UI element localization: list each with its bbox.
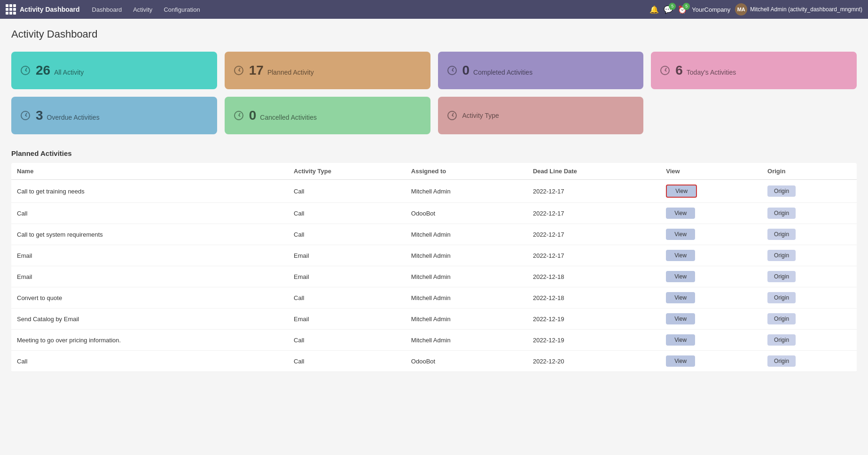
table-row: EmailEmailMitchell Admin2022-12-18ViewOr… bbox=[11, 266, 857, 287]
cell-assigned-to: Mitchell Admin bbox=[406, 308, 527, 330]
cell-name: Call to get training needs bbox=[11, 180, 288, 203]
section-title: Planned Activities bbox=[11, 149, 857, 157]
nav-dashboard[interactable]: Dashboard bbox=[87, 3, 127, 16]
cell-deadline: 2022-12-17 bbox=[527, 180, 660, 203]
cell-deadline: 2022-12-17 bbox=[527, 224, 660, 245]
clock-icon-completed bbox=[447, 66, 457, 75]
card-planned-activity[interactable]: 17 Planned Activity bbox=[225, 52, 430, 89]
clock-icon-planned bbox=[234, 66, 243, 75]
todays-activities-label: Today's Activities bbox=[687, 69, 736, 76]
table-row: Call to get system requirementsCallMitch… bbox=[11, 224, 857, 245]
cell-name: Email bbox=[11, 266, 288, 287]
view-button[interactable]: View bbox=[666, 355, 695, 367]
card-todays-activities[interactable]: 6 Today's Activities bbox=[651, 52, 857, 89]
chat-badge: 5 bbox=[669, 3, 676, 10]
table-row: CallCallOdooBot2022-12-20ViewOrigin bbox=[11, 351, 857, 372]
cell-deadline: 2022-12-20 bbox=[527, 351, 660, 372]
cell-origin: Origin bbox=[762, 308, 857, 330]
nav-activity[interactable]: Activity bbox=[128, 3, 157, 16]
view-button[interactable]: View bbox=[666, 208, 695, 219]
cell-deadline: 2022-12-19 bbox=[527, 330, 660, 351]
cell-activity-type: Call bbox=[288, 330, 406, 351]
origin-button[interactable]: Origin bbox=[767, 313, 796, 324]
user-label: Mitchell Admin (activity_dashboard_mngmn… bbox=[750, 6, 862, 13]
nav-configuration[interactable]: Configuration bbox=[159, 3, 204, 16]
cell-origin: Origin bbox=[762, 224, 857, 245]
clock-icon-cancelled bbox=[234, 111, 243, 120]
cell-activity-type: Call bbox=[288, 180, 406, 203]
user-menu[interactable]: MA Mitchell Admin (activity_dashboard_mn… bbox=[735, 3, 862, 15]
cell-assigned-to: Mitchell Admin bbox=[406, 287, 527, 308]
cell-assigned-to: OdooBot bbox=[406, 203, 527, 224]
cell-origin: Origin bbox=[762, 266, 857, 287]
company-name: YourCompany bbox=[692, 6, 730, 13]
card-completed-activities[interactable]: 0 Completed Activities bbox=[438, 52, 644, 89]
planned-activity-number: 17 bbox=[249, 63, 264, 78]
clock-icon-all bbox=[21, 66, 30, 75]
card-overdue-activities[interactable]: 3 Overdue Activities bbox=[11, 97, 217, 134]
overdue-activities-number: 3 bbox=[36, 108, 43, 123]
cell-activity-type: Call bbox=[288, 224, 406, 245]
cell-name: Meeting to go over pricing information. bbox=[11, 330, 288, 351]
view-button[interactable]: View bbox=[666, 334, 695, 346]
cell-assigned-to: Mitchell Admin bbox=[406, 330, 527, 351]
col-deadline: Dead Line Date bbox=[527, 163, 660, 180]
cell-name: Call to get system requirements bbox=[11, 224, 288, 245]
cell-origin: Origin bbox=[762, 180, 857, 203]
cell-activity-type: Call bbox=[288, 351, 406, 372]
card-all-activity[interactable]: 26 All Activity bbox=[11, 52, 217, 89]
origin-button[interactable]: Origin bbox=[767, 355, 796, 367]
cell-deadline: 2022-12-18 bbox=[527, 287, 660, 308]
bell-icon[interactable]: 🔔 bbox=[649, 5, 659, 14]
todays-activities-number: 6 bbox=[675, 63, 683, 78]
clock-badge: 5 bbox=[683, 3, 690, 10]
grid-icon bbox=[6, 4, 16, 15]
cell-name: Email bbox=[11, 245, 288, 266]
brand[interactable]: Activity Dashboard bbox=[6, 4, 80, 15]
view-button[interactable]: View bbox=[666, 292, 695, 303]
cell-origin: Origin bbox=[762, 351, 857, 372]
table-body: Call to get training needsCallMitchell A… bbox=[11, 180, 857, 372]
cell-activity-type: Email bbox=[288, 266, 406, 287]
origin-button[interactable]: Origin bbox=[767, 271, 796, 282]
cell-view: View bbox=[660, 180, 762, 203]
cell-origin: Origin bbox=[762, 287, 857, 308]
main-content: Activity Dashboard 26 All Activity 17 Pl… bbox=[0, 19, 868, 455]
chat-icon[interactable]: 💬 5 bbox=[664, 5, 673, 14]
view-button[interactable]: View bbox=[666, 313, 695, 324]
card-empty bbox=[651, 97, 857, 134]
brand-label: Activity Dashboard bbox=[20, 6, 80, 13]
cell-assigned-to: Mitchell Admin bbox=[406, 180, 527, 203]
origin-button[interactable]: Origin bbox=[767, 250, 796, 261]
clock-icon-today bbox=[660, 66, 670, 75]
cell-view: View bbox=[660, 266, 762, 287]
overdue-activities-label: Overdue Activities bbox=[47, 114, 100, 121]
origin-button[interactable]: Origin bbox=[767, 185, 796, 197]
view-button[interactable]: View bbox=[666, 250, 695, 261]
cell-deadline: 2022-12-17 bbox=[527, 203, 660, 224]
cell-activity-type: Call bbox=[288, 203, 406, 224]
origin-button[interactable]: Origin bbox=[767, 229, 796, 240]
cell-view: View bbox=[660, 351, 762, 372]
cell-view: View bbox=[660, 245, 762, 266]
clock-icon[interactable]: ⏰ 5 bbox=[678, 5, 687, 14]
view-button[interactable]: View bbox=[666, 185, 697, 198]
origin-button[interactable]: Origin bbox=[767, 292, 796, 303]
card-cancelled-activities[interactable]: 0 Cancelled Activities bbox=[225, 97, 430, 134]
view-button[interactable]: View bbox=[666, 271, 695, 282]
card-activity-type[interactable]: Activity Type bbox=[438, 97, 644, 134]
completed-activities-number: 0 bbox=[462, 63, 470, 78]
cell-assigned-to: OdooBot bbox=[406, 351, 527, 372]
clock-icon-type bbox=[447, 111, 457, 120]
cell-assigned-to: Mitchell Admin bbox=[406, 245, 527, 266]
cell-activity-type: Call bbox=[288, 287, 406, 308]
cell-assigned-to: Mitchell Admin bbox=[406, 224, 527, 245]
user-avatar: MA bbox=[735, 3, 747, 15]
cell-view: View bbox=[660, 308, 762, 330]
cell-view: View bbox=[660, 287, 762, 308]
clock-icon-overdue bbox=[21, 111, 30, 120]
origin-button[interactable]: Origin bbox=[767, 334, 796, 346]
view-button[interactable]: View bbox=[666, 229, 695, 240]
origin-button[interactable]: Origin bbox=[767, 208, 796, 219]
cell-name: Call bbox=[11, 203, 288, 224]
